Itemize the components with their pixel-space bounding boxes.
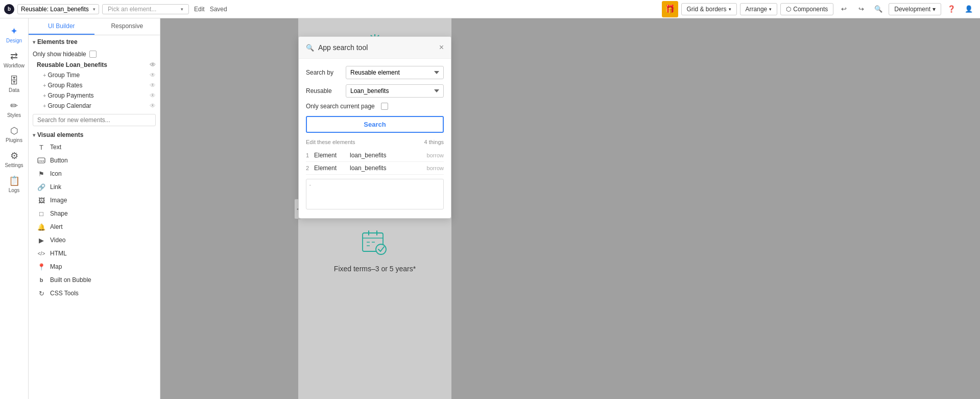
tree-item-group-rates-label: Group Rates [47,82,150,89]
alert-element-icon: 🔔 [37,222,46,231]
sidebar-item-settings[interactable]: ⚙ Settings [2,147,27,171]
plus-icon-group-calendar: + [43,103,46,109]
sidebar-item-design[interactable]: ✦ Design [2,22,27,46]
sidebar-item-label-plugins: Plugins [6,137,22,143]
css-tools-element-icon: ↻ [37,289,46,298]
only-search-row: Only search current page [306,103,444,110]
ve-item-icon[interactable]: ⚑ Icon [33,167,156,180]
sidebar-item-styles[interactable]: ✏ Styles [2,97,27,121]
saved-label: Saved [210,6,227,13]
tree-item-group-payments[interactable]: + Group Payments 👁 [33,90,156,101]
plus-icon-group-time: + [43,72,46,78]
tree-item-group-time[interactable]: + Group Time 👁 [33,70,156,80]
ve-item-html-label: HTML [50,250,67,257]
eye-icon-group-rates: 👁 [150,82,156,89]
link-element-icon: 🔗 [37,182,46,192]
result-row-1[interactable]: 1 Element loan_benefits borrow [306,149,444,162]
development-arrow-icon: ▾ [933,6,936,13]
only-show-label: Only show hideable [33,51,86,58]
sidebar-item-data[interactable]: 🗄 Data [2,73,27,96]
plus-icon-group-rates: + [43,82,46,88]
reusable-row: Reusable Loan_benefits [306,84,444,98]
results-count: 4 things [424,139,444,145]
tab-ui-builder[interactable]: UI Builder [29,18,94,35]
components-button[interactable]: ⬡ Components [780,3,833,15]
ve-item-css-tools[interactable]: ↻ CSS Tools [33,287,156,300]
reusable-select[interactable]: Loan_benefits [346,84,444,98]
result-type-2: Element [314,165,350,172]
search-by-row: Search by Reusable element [306,66,444,79]
tree-item-group-calendar[interactable]: + Group Calendar 👁 [33,101,156,111]
only-show-checkbox[interactable] [89,51,97,58]
ve-item-image[interactable]: 🖼 Image [33,194,156,207]
modal-textarea[interactable]: - [306,179,444,209]
arrange-label: Arrange [746,6,768,13]
modal-close-button[interactable]: × [439,43,444,52]
pick-element-dropdown[interactable]: Pick an element... ▾ [102,4,189,14]
icon-element-icon: ⚑ [37,169,46,178]
tree-item-group-time-label: Group Time [47,72,150,79]
sidebar-item-logs[interactable]: 📋 Logs [2,172,27,196]
result-name-1: loan_benefits [350,152,426,159]
map-element-icon: 📍 [37,262,46,271]
sidebar-item-label-logs: Logs [9,187,20,193]
ve-item-html[interactable]: </> HTML [33,247,156,260]
ve-item-map[interactable]: 📍 Map [33,260,156,273]
reusable-title-dropdown[interactable]: Reusable: Loan_benefits ▾ [17,4,99,14]
ve-item-alert[interactable]: 🔔 Alert [33,220,156,233]
elements-tree-header: ▾ Elements tree [33,38,156,45]
shape-element-icon: □ [37,209,46,218]
ve-item-text[interactable]: T Text [33,140,156,154]
ve-item-video[interactable]: ▶ Video [33,233,156,247]
grid-borders-button[interactable]: Grid & borders ▾ [681,3,737,15]
tree-item-reusable-label: Reusable Loan_benefits [37,61,150,68]
development-button[interactable]: Development ▾ [889,3,941,15]
tree-item-group-rates[interactable]: + Group Rates 👁 [33,80,156,90]
result-row-2[interactable]: 2 Element loan_benefits borrow [306,162,444,175]
ve-item-shape[interactable]: □ Shape [33,207,156,220]
search-button[interactable]: 🔍 [871,2,886,16]
help-button[interactable]: ❓ [944,2,959,16]
video-element-icon: ▶ [37,236,46,245]
result-tag-1: borrow [426,152,444,158]
sidebar-item-label-settings: Settings [5,162,23,168]
undo-button[interactable]: ↩ [836,2,851,16]
results-header: Edit these elements 4 things [306,139,444,145]
sidebar-item-workflow[interactable]: ⇄ Workflow [2,48,27,72]
sidebar-item-label-data: Data [9,87,19,93]
result-name-2: loan_benefits [350,165,426,172]
image-element-icon: 🖼 [37,196,46,205]
ve-item-button[interactable]: click Button [33,154,156,167]
pick-element-arrow-icon: ▾ [181,7,183,12]
tree-item-reusable[interactable]: Reusable Loan_benefits 👁 [33,60,156,70]
button-element-icon: click [37,156,46,165]
tab-responsive[interactable]: Responsive [94,18,160,35]
grid-borders-label: Grid & borders [687,6,727,13]
sidebar-icons: ✦ Design ⇄ Workflow 🗄 Data ✏ Styles ⬡ Pl… [0,18,29,399]
redo-button[interactable]: ↪ [854,2,868,16]
user-avatar[interactable]: 👤 [962,2,976,16]
ve-item-built-on-bubble[interactable]: b Built on Bubble [33,273,156,287]
edit-label: Edit [192,6,207,13]
ve-item-link[interactable]: 🔗 Link [33,180,156,194]
eye-icon-group-time: 👁 [150,72,156,79]
search-by-select[interactable]: Reusable element [346,66,444,79]
ve-item-link-label: Link [50,183,61,191]
arrange-button[interactable]: Arrange ▾ [740,3,778,15]
result-num-1: 1 [306,152,314,158]
only-search-checkbox[interactable] [381,103,388,110]
topbar: b Reusable: Loan_benefits ▾ Pick an elem… [0,0,980,18]
visual-elements-collapse-icon: ▾ [33,132,35,138]
eye-icon-group-payments: 👁 [150,92,156,99]
tree-item-group-payments-label: Group Payments [47,92,150,99]
ve-item-video-label: Video [50,237,65,244]
reusable-label: Reusable [306,87,342,95]
sidebar-item-plugins[interactable]: ⬡ Plugins [2,122,27,146]
components-label: Components [793,6,828,13]
svg-text:click: click [38,159,45,162]
gift-button[interactable]: 🎁 [662,1,678,17]
search-button[interactable]: Search [306,116,444,133]
main-layout: ✦ Design ⇄ Workflow 🗄 Data ✏ Styles ⬡ Pl… [0,18,980,399]
development-label: Development [894,6,930,13]
search-elements-input[interactable] [33,114,156,126]
